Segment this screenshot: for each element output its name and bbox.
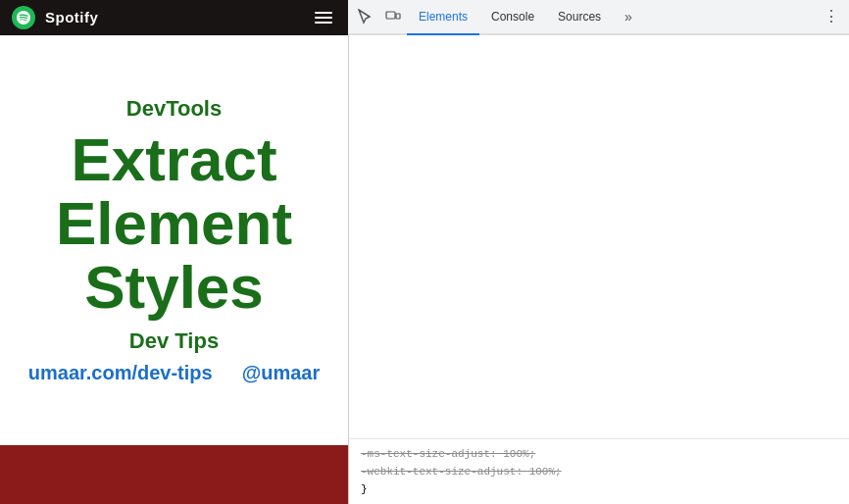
svg-rect-1: [396, 14, 400, 19]
code-line-ms-adjust: -ms-text-size-adjust: 100%;: [357, 445, 841, 463]
code-line-empty-2: [353, 61, 845, 78]
code-line-webkit-adjust: -webkit-text-size-adjust: 100%;: [357, 463, 841, 480]
website-links: umaar.com/dev-tips @umaar: [28, 362, 320, 384]
tab-console[interactable]: Console: [479, 0, 546, 35]
more-tabs-button[interactable]: »: [613, 0, 644, 35]
inspect-element-icon[interactable]: [352, 3, 379, 30]
main-title: Extract Element Styles: [20, 127, 328, 319]
devtools-label: DevTools: [126, 96, 222, 122]
hamburger-menu-button[interactable]: [311, 8, 336, 27]
red-bar: [0, 445, 348, 504]
code-area: [349, 35, 849, 438]
devtools-kebab-menu-button[interactable]: ⋮: [818, 7, 845, 25]
tab-elements[interactable]: Elements: [407, 0, 479, 35]
devtools-toolbar: Spotify Elements Console Sources: [0, 0, 849, 35]
spotify-label: Spotify: [45, 9, 98, 25]
devtools-tab-bar: Elements Console Sources » ⋮: [348, 0, 849, 35]
svg-rect-0: [386, 12, 395, 19]
main-content: DevTools Extract Element Styles Dev Tips…: [0, 35, 849, 504]
code-line-empty-1: [353, 43, 845, 61]
code-line-closing-brace: }: [357, 480, 841, 498]
spotify-logo-icon: [12, 6, 35, 29]
spotify-section: Spotify: [0, 0, 348, 35]
website-content-area: DevTools Extract Element Styles Dev Tips…: [0, 35, 348, 445]
website-url-link[interactable]: umaar.com/dev-tips: [28, 362, 213, 384]
device-emulation-icon[interactable]: [379, 3, 407, 30]
dev-tips-label: Dev Tips: [129, 328, 219, 354]
tab-sources[interactable]: Sources: [546, 0, 613, 35]
twitter-handle-link[interactable]: @umaar: [242, 362, 321, 384]
bottom-code-section: -ms-text-size-adjust: 100%; -webkit-text…: [349, 438, 849, 504]
code-panel: -ms-text-size-adjust: 100%; -webkit-text…: [348, 35, 849, 504]
website-panel: DevTools Extract Element Styles Dev Tips…: [0, 35, 348, 504]
